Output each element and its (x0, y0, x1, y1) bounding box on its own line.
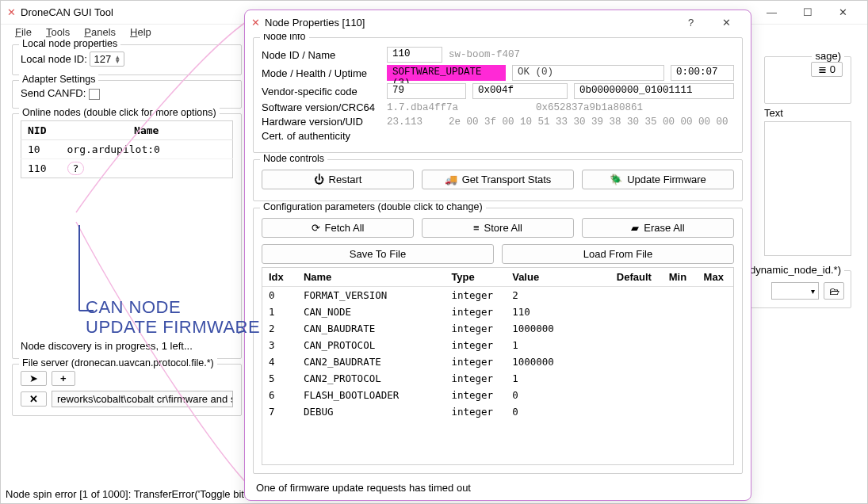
close-button[interactable]: ✕ (825, 2, 861, 24)
file-server-add-button[interactable]: + (52, 371, 75, 386)
transport-stats-button[interactable]: 🚚 Get Transport Stats (422, 170, 574, 189)
node-name-highlight: ? (67, 162, 85, 175)
group-config-params: Configuration parameters (double click t… (253, 208, 743, 474)
main-status: Node spin error [1 of 1000]: TransferErr… (6, 488, 260, 500)
file-server-path[interactable]: reworks\cobalt\cobalt cr\firmware and so… (52, 391, 233, 407)
param-name: CAN_NODE (297, 304, 445, 320)
node-name-field: sw-boom-f407 (449, 49, 520, 60)
node-row[interactable]: 110 ? (21, 158, 233, 178)
sw-crc: 0x652837a9b1a80861 (536, 102, 643, 113)
store-label: Store All (484, 222, 522, 234)
hw-uid: 2e 00 3f 00 10 51 33 30 39 38 30 35 00 0… (449, 116, 728, 128)
fetch-all-button[interactable]: ⟳ Fetch All (262, 218, 414, 238)
text-panel-stub (764, 121, 851, 256)
param-row[interactable]: 2CAN_BAUDRATEinteger1000000 (262, 320, 733, 337)
annotation-line1: CAN NODE (86, 297, 260, 317)
local-node-id-value: 127 (94, 53, 111, 65)
dialog-help-button[interactable]: ? (673, 11, 709, 33)
update-firmware-button[interactable]: 🪲 Update Firmware (582, 170, 734, 189)
save-to-file-button[interactable]: Save To File (262, 244, 494, 264)
online-nodes-table[interactable]: NID Name 10 org.ardupilot:0 110 ? (21, 120, 233, 178)
node-id-field[interactable]: 110 (387, 47, 442, 63)
list-count: 0 (830, 63, 835, 75)
minimize-button[interactable]: — (754, 2, 790, 24)
mode-field: SOFTWARE_UPDATE (3) (387, 65, 506, 81)
col-default: Default (610, 268, 663, 287)
menu-help[interactable]: Help (130, 26, 151, 38)
param-idx: 1 (262, 304, 297, 320)
col-max: Max (698, 268, 733, 287)
browse-button[interactable]: 🗁 (824, 282, 844, 300)
param-idx: 6 (262, 387, 297, 403)
param-type: integer (445, 387, 506, 403)
store-all-button[interactable]: ≡ Store All (422, 218, 574, 238)
param-row[interactable]: 7DEBUGinteger0 (262, 403, 733, 420)
label-cert: Cert. of authenticity (262, 130, 380, 142)
load-from-file-button[interactable]: Load From File (502, 244, 734, 264)
restart-button[interactable]: ⏻ Restart (262, 170, 414, 189)
refresh-icon: ⟳ (312, 222, 320, 234)
param-name: FLASH_BOOTLOADER (297, 387, 445, 403)
send-canfd-checkbox[interactable] (89, 89, 100, 100)
node-properties-dialog: ✕ Node Properties [110] ? ✕ Node info No… (244, 10, 751, 501)
param-row[interactable]: 1CAN_NODEinteger110 (262, 304, 733, 320)
sw-version: 1.7.dba4ff7a (387, 102, 530, 113)
local-node-id-label: Local node ID: (21, 53, 87, 65)
app-icon: ✕ (7, 6, 16, 18)
annotation-line2: UPDATE FIRMWARE (86, 317, 260, 337)
health-field: OK (0) (512, 65, 664, 81)
plus-icon: + (60, 372, 67, 384)
annotation-text: CAN NODE UPDATE FIRMWARE (86, 297, 260, 338)
group-dynamic-node-stub: ocol.dynamic_node_id.*) ▾ 🗁 (748, 270, 851, 308)
param-row[interactable]: 4CAN2_BAUDRATEinteger1000000 (262, 353, 733, 370)
param-type: integer (445, 320, 506, 337)
vendor-binary: 0b00000000_01001111 (574, 83, 734, 99)
dialog-app-icon: ✕ (251, 17, 260, 29)
menu-tools[interactable]: Tools (46, 26, 70, 38)
param-row[interactable]: 3CAN_PROTOCOLinteger1 (262, 337, 733, 353)
label-sw: Software version/CRC64 (262, 101, 380, 113)
col-nid: NID (21, 120, 61, 139)
node-nid: 10 (21, 139, 61, 158)
param-type: integer (445, 287, 506, 304)
param-row[interactable]: 6FLASH_BOOTLOADERinteger0 (262, 387, 733, 403)
node-name: ? (61, 158, 233, 178)
col-name: Name (61, 120, 233, 139)
param-name: CAN2_BAUDRATE (297, 353, 445, 370)
param-row[interactable]: 5CAN2_PROTOCOLinteger1 (262, 370, 733, 387)
vendor-b: 0x004f (472, 83, 568, 99)
param-idx: 3 (262, 337, 297, 353)
dropdown-stub[interactable]: ▾ (771, 282, 819, 300)
param-value: 0 (506, 387, 610, 403)
param-value: 0 (506, 403, 610, 420)
node-nid: 110 (21, 158, 61, 178)
local-node-id-spinner[interactable]: 127 ▲▼ (90, 52, 124, 67)
param-value: 2 (506, 287, 610, 304)
maximize-button[interactable]: ☐ (790, 2, 825, 24)
menu-file[interactable]: File (15, 26, 32, 38)
list-count-button[interactable]: ≣ 0 (811, 62, 843, 77)
param-type: integer (445, 353, 506, 370)
legend-local-node: Local node properties (19, 38, 120, 49)
node-row[interactable]: 10 org.ardupilot:0 (21, 139, 233, 158)
restart-label: Restart (329, 174, 362, 185)
main-title: DroneCAN GUI Tool (21, 6, 113, 18)
param-table[interactable]: Idx Name Type Value Default Min Max 0FOR… (262, 267, 734, 465)
label-id-name: Node ID / Name (262, 49, 380, 61)
dialog-status: One of firmware update requests has time… (253, 477, 743, 495)
eraser-icon: ▰ (631, 222, 639, 234)
legend-config-params: Configuration parameters (double click t… (260, 201, 486, 212)
label-hw: Hardware version/UID (262, 116, 380, 128)
dialog-close-button[interactable]: ✕ (709, 11, 744, 33)
param-row[interactable]: 0FORMAT_VERSIONinteger2 (262, 287, 733, 304)
bug-icon: 🪲 (610, 174, 622, 185)
menu-panels[interactable]: Panels (84, 26, 116, 38)
save-label: Save To File (350, 248, 406, 260)
file-server-remove-button[interactable]: ✕ (21, 391, 47, 407)
node-name: org.ardupilot:0 (61, 139, 233, 158)
file-server-launch-button[interactable]: ➤ (21, 371, 47, 386)
update-label: Update Firmware (627, 174, 706, 185)
erase-all-button[interactable]: ▰ Erase All (582, 218, 734, 238)
text-column-label: Text (764, 107, 851, 119)
list-icon: ≣ (818, 63, 827, 75)
